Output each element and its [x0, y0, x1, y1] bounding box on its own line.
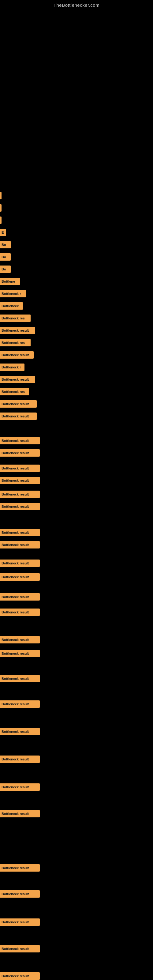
result-row-35: Bottleneck result: [0, 700, 40, 708]
bar-label-41: Bottleneck result: [2, 892, 29, 896]
bar-fill-32: Bottleneck result: [0, 636, 40, 643]
bar-fill-24: Bottleneck result: [0, 491, 40, 498]
result-row-26: Bottleneck result: [0, 528, 40, 537]
result-row-43: Bottleneck result: [0, 945, 40, 953]
result-row-7: Bo: [0, 265, 11, 274]
result-row-27: Bottleneck result: [0, 541, 40, 549]
bar-label-33: Bottleneck result: [2, 652, 29, 655]
bar-fill-39: Bottleneck result: [0, 810, 40, 818]
result-row-13: Bottleneck res: [0, 339, 30, 347]
result-row-36: Bottleneck result: [0, 727, 40, 736]
bar-label-30: Bottleneck result: [2, 595, 29, 599]
result-row-41: Bottleneck result: [0, 890, 40, 898]
bar-fill-28: Bottleneck result: [0, 560, 40, 567]
result-row-39: Bottleneck result: [0, 810, 40, 818]
bar-label-4: E: [2, 231, 4, 234]
bar-label-37: Bottleneck result: [2, 757, 29, 761]
bar-fill-25: Bottleneck result: [0, 503, 40, 510]
result-row-11: Bottleneck res: [0, 314, 30, 323]
bar-fill-3: [0, 216, 2, 224]
bar-label-22: Bottleneck result: [2, 466, 29, 470]
bar-fill-16: Bottleneck result: [0, 376, 35, 383]
bar-fill-1: [0, 192, 2, 199]
bar-fill-23: Bottleneck result: [0, 477, 40, 484]
bar-label-13: Bottleneck res: [2, 341, 25, 345]
result-row-16: Bottleneck result: [0, 375, 35, 384]
bar-fill-35: Bottleneck result: [0, 700, 40, 708]
bar-fill-20: Bottleneck result: [0, 437, 40, 444]
bar-label-40: Bottleneck result: [2, 866, 29, 870]
bar-fill-21: Bottleneck result: [0, 449, 40, 457]
bar-fill-30: Bottleneck result: [0, 593, 40, 601]
bar-fill-34: Bottleneck result: [0, 675, 40, 682]
result-row-21: Bottleneck result: [0, 449, 40, 457]
site-title: TheBottlenecker.com: [0, 0, 153, 8]
bar-fill-19: Bottleneck result: [0, 412, 37, 420]
bar-fill-13: Bottleneck res: [0, 339, 30, 346]
result-row-15: Bottleneck r: [0, 363, 24, 371]
result-row-12: Bottleneck result: [0, 326, 35, 335]
result-row-18: Bottleneck result: [0, 400, 37, 408]
result-row-37: Bottleneck result: [0, 755, 40, 764]
bar-label-18: Bottleneck result: [2, 402, 29, 406]
result-row-23: Bottleneck result: [0, 476, 40, 485]
bar-fill-9: Bottleneck r: [0, 290, 26, 298]
result-row-42: Bottleneck result: [0, 918, 40, 926]
result-row-2: [0, 204, 2, 212]
result-row-38: Bottleneck result: [0, 783, 40, 791]
bar-label-28: Bottleneck result: [2, 562, 29, 565]
bar-label-11: Bottleneck res: [2, 317, 25, 320]
result-row-29: Bottleneck result: [0, 573, 40, 581]
bar-fill-15: Bottleneck r: [0, 364, 24, 371]
bar-fill-4: E: [0, 229, 6, 236]
bar-label-23: Bottleneck result: [2, 479, 29, 482]
bar-label-12: Bottleneck result: [2, 329, 29, 332]
result-row-1: [0, 191, 2, 200]
bar-fill-40: Bottleneck result: [0, 864, 40, 872]
result-row-44: Bottleneck result: [0, 972, 40, 980]
bar-fill-43: Bottleneck result: [0, 945, 40, 953]
result-row-9: Bottleneck r: [0, 290, 26, 298]
result-row-33: Bottleneck result: [0, 649, 40, 658]
bar-fill-29: Bottleneck result: [0, 573, 40, 581]
bar-label-20: Bottleneck result: [2, 439, 29, 442]
bar-label-7: Bo: [2, 267, 6, 271]
bar-label-15: Bottleneck r: [2, 365, 21, 369]
bar-fill-44: Bottleneck result: [0, 972, 40, 980]
result-row-6: Bo: [0, 253, 11, 261]
bar-label-21: Bottleneck result: [2, 451, 29, 455]
result-row-4: E: [0, 228, 6, 237]
bar-label-44: Bottleneck result: [2, 974, 29, 978]
result-row-34: Bottleneck result: [0, 675, 40, 683]
bar-fill-22: Bottleneck result: [0, 465, 40, 472]
bar-label-10: Bottleneck: [2, 304, 19, 308]
result-row-10: Bottleneck: [0, 302, 23, 310]
bar-label-32: Bottleneck result: [2, 638, 29, 641]
bar-fill-5: Bo: [0, 241, 11, 248]
result-row-17: Bottleneck res: [0, 387, 29, 396]
result-row-40: Bottleneck result: [0, 864, 40, 872]
bar-label-27: Bottleneck result: [2, 543, 29, 547]
bar-fill-33: Bottleneck result: [0, 650, 40, 657]
bar-label-19: Bottleneck result: [2, 414, 29, 418]
bar-label-42: Bottleneck result: [2, 920, 29, 924]
result-row-28: Bottleneck result: [0, 559, 40, 568]
bar-label-31: Bottleneck result: [2, 610, 29, 614]
result-row-32: Bottleneck result: [0, 635, 40, 644]
result-row-14: Bottleneck result: [0, 351, 33, 359]
bar-fill-14: Bottleneck result: [0, 351, 33, 359]
bar-label-43: Bottleneck result: [2, 947, 29, 951]
bar-label-17: Bottleneck res: [2, 390, 25, 393]
result-row-31: Bottleneck result: [0, 608, 40, 616]
bar-fill-18: Bottleneck result: [0, 400, 37, 407]
bar-fill-31: Bottleneck result: [0, 609, 40, 616]
bar-label-8: Bottlene: [2, 280, 15, 283]
result-row-5: Bo: [0, 240, 11, 249]
bar-fill-36: Bottleneck result: [0, 728, 40, 735]
bar-fill-2: [0, 204, 2, 212]
bar-label-34: Bottleneck result: [2, 677, 29, 681]
result-row-24: Bottleneck result: [0, 490, 40, 499]
bar-label-6: Bo: [2, 255, 6, 259]
result-row-30: Bottleneck result: [0, 593, 40, 601]
bar-label-16: Bottleneck result: [2, 378, 29, 381]
